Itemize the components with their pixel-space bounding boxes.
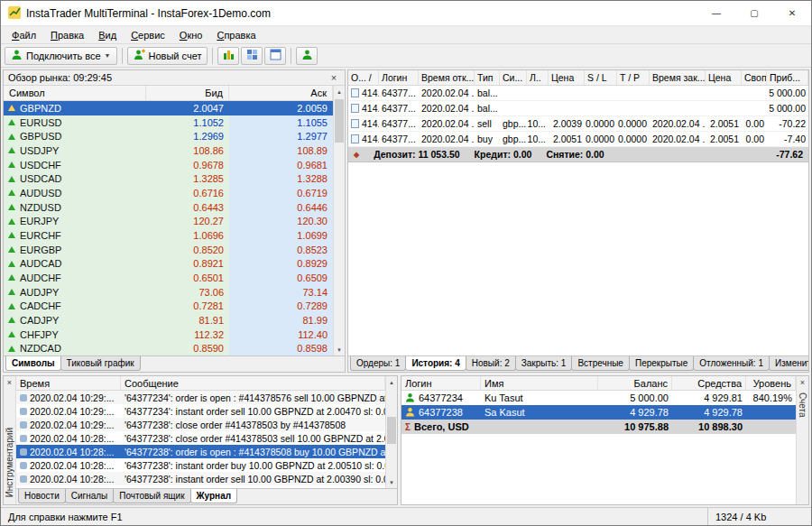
- menu-view[interactable]: Вид: [91, 28, 124, 42]
- column-login[interactable]: Логин: [401, 376, 481, 390]
- column-login[interactable]: Логин: [379, 70, 419, 85]
- tab-modify[interactable]: Изменить: 1: [769, 356, 809, 371]
- menu-file[interactable]: Файл: [5, 28, 43, 42]
- market-row[interactable]: CHFJPY112.32112.40: [4, 328, 333, 342]
- tab-signals[interactable]: Сигналы: [65, 489, 115, 503]
- market-row[interactable]: EURUSD1.10521.1055: [4, 115, 333, 130]
- scroll-up-icon[interactable]: ▲: [334, 86, 345, 97]
- scroll-down-icon[interactable]: ▼: [334, 344, 345, 355]
- column-open-time[interactable]: Время отк...: [419, 70, 475, 85]
- log-row[interactable]: 2020.02.04 10:28:...'64377238': order is…: [16, 445, 385, 458]
- accounts-panel: Логин Имя Баланс Средства Уровень 643772…: [401, 375, 809, 505]
- tile-windows-button[interactable]: [241, 47, 263, 65]
- bid-value: 1.3285: [146, 171, 229, 186]
- order-row[interactable]: 414..64377...2020.02.04 ...bal...5 000.0…: [348, 86, 808, 101]
- column-time[interactable]: Время: [16, 376, 121, 390]
- tab-close-by[interactable]: Встречные: [571, 356, 630, 371]
- column-type[interactable]: Тип: [475, 70, 500, 85]
- new-account-button[interactable]: Новый счет: [127, 47, 208, 65]
- market-row[interactable]: EURJPY120.27120.30: [4, 214, 333, 228]
- account-row[interactable]: 64377238 Sa Kasut 4 929.78 4 929.78: [401, 405, 796, 420]
- tab-symbols[interactable]: Символы: [5, 356, 61, 371]
- column-order[interactable]: О... /: [348, 70, 379, 85]
- column-close-time[interactable]: Время зак...: [650, 70, 706, 85]
- connect-all-button[interactable]: Подключить все ▼: [5, 47, 117, 65]
- market-row[interactable]: AUDCHF0.65010.6509: [4, 271, 333, 285]
- log-row[interactable]: 2020.02.04 10:28:...'64377238': close or…: [16, 431, 385, 445]
- column-symbol[interactable]: Символ: [4, 86, 146, 100]
- order-row[interactable]: 414..64377...2020.02.04 ...bal...5 000.0…: [348, 101, 808, 116]
- order-row[interactable]: 414..64377...2020.02.04 ...buygbp...10..…: [348, 132, 808, 147]
- tab-news[interactable]: Новости: [18, 489, 66, 503]
- accounts-button[interactable]: [296, 47, 318, 65]
- close-panel-icon[interactable]: ×: [328, 72, 340, 83]
- column-sl[interactable]: S / L: [585, 70, 617, 85]
- column-symbol[interactable]: Си...: [500, 70, 527, 85]
- market-row[interactable]: USDCHF0.96780.9681: [4, 158, 333, 172]
- journal-scrollbar[interactable]: ▲ ▼: [385, 376, 397, 488]
- tab-new[interactable]: Новый: 2: [466, 356, 516, 371]
- menu-edit[interactable]: Правка: [43, 28, 91, 42]
- scroll-thumb[interactable]: [335, 99, 344, 143]
- market-row[interactable]: NZDUSD0.64430.6446: [4, 200, 333, 215]
- column-ask[interactable]: Аск: [229, 86, 333, 100]
- menu-service[interactable]: Сервис: [124, 28, 172, 42]
- column-tp[interactable]: T / P: [617, 70, 650, 85]
- column-close-price[interactable]: Цена: [706, 70, 742, 85]
- log-row[interactable]: 2020.02.04 10:29:...'64377234': instant …: [16, 404, 385, 418]
- tab-multiple-close-by[interactable]: Перекрытые: [629, 356, 694, 371]
- account-row[interactable]: 64377234 Ku Tasut 5 000.00 4 929.81 840.…: [401, 391, 796, 405]
- tab-orders[interactable]: Ордеры: 1: [350, 356, 406, 371]
- scroll-down-icon[interactable]: ▼: [386, 476, 397, 488]
- market-row[interactable]: AUDUSD0.67160.6719: [4, 186, 333, 200]
- log-row[interactable]: 2020.02.04 10:29:...'64377238': close or…: [16, 418, 385, 431]
- chart-button[interactable]: [217, 47, 239, 65]
- market-row[interactable]: CADJPY81.9181.99: [4, 313, 333, 328]
- symbol-icon: [8, 161, 15, 168]
- log-row[interactable]: 2020.02.04 10:28:...'64377238': instant …: [16, 458, 385, 472]
- close-panel-icon[interactable]: ×: [800, 378, 805, 387]
- column-price[interactable]: Цена: [549, 70, 585, 85]
- tab-close[interactable]: Закрыть: 1: [515, 356, 573, 371]
- maximize-button[interactable]: ▢: [735, 1, 773, 25]
- column-swap[interactable]: Своп: [742, 70, 767, 85]
- column-profit[interactable]: Приб...: [767, 70, 808, 85]
- market-row[interactable]: USDJPY108.86108.89: [4, 143, 333, 158]
- column-equity[interactable]: Средства: [672, 376, 746, 390]
- market-row[interactable]: GBPNZD2.00472.0059: [4, 101, 333, 115]
- market-row[interactable]: EURCHF1.06961.0699: [4, 228, 333, 243]
- column-message[interactable]: Сообщение: [121, 376, 385, 390]
- tab-journal[interactable]: Журнал: [190, 489, 238, 503]
- layout-button[interactable]: [264, 47, 286, 65]
- tab-pending[interactable]: Отложенный: 1: [693, 356, 770, 371]
- column-bid[interactable]: Бид: [146, 86, 229, 100]
- log-row[interactable]: 2020.02.04 10:28:...'64377238': instant …: [16, 472, 385, 485]
- market-row[interactable]: NZDCAD0.85900.8598: [4, 341, 333, 355]
- column-name[interactable]: Имя: [481, 376, 598, 390]
- scroll-up-icon[interactable]: ▲: [386, 376, 397, 388]
- tab-mailbox[interactable]: Почтовый ящик: [113, 489, 190, 503]
- market-watch-title: Обзор рынка: 09:29:45: [8, 72, 112, 83]
- market-row[interactable]: EURGBP0.85200.8523: [4, 243, 333, 257]
- market-watch-scrollbar[interactable]: ▲ ▼: [333, 86, 345, 355]
- menu-help[interactable]: Справка: [209, 28, 263, 42]
- column-level[interactable]: Уровень: [746, 376, 796, 390]
- column-lots[interactable]: Л..: [527, 70, 549, 85]
- ask-value: 112.40: [229, 328, 333, 342]
- tab-history[interactable]: История: 4: [405, 356, 466, 371]
- order-row[interactable]: 414..64377...2020.02.04 ...sellgbp...10.…: [348, 116, 808, 132]
- scroll-thumb[interactable]: [387, 417, 396, 444]
- market-row[interactable]: USDCAD1.32851.3288: [4, 171, 333, 186]
- tab-tick-chart[interactable]: Тиковый график: [60, 356, 141, 371]
- minimize-button[interactable]: —: [697, 1, 735, 25]
- menu-window[interactable]: Окно: [172, 28, 210, 42]
- market-row[interactable]: GBPUSD1.29691.2977: [4, 129, 333, 143]
- log-row[interactable]: 2020.02.04 10:29:...'64377234': order is…: [16, 391, 385, 404]
- market-row[interactable]: AUDCAD0.89210.8929: [4, 256, 333, 271]
- close-panel-icon[interactable]: ×: [7, 378, 12, 387]
- market-row[interactable]: CADCHF0.72810.7289: [4, 299, 333, 313]
- bid-value: 0.8590: [146, 341, 229, 355]
- close-button[interactable]: ✕: [773, 1, 811, 25]
- column-balance[interactable]: Баланс: [598, 376, 672, 390]
- market-row[interactable]: AUDJPY73.0673.14: [4, 285, 333, 300]
